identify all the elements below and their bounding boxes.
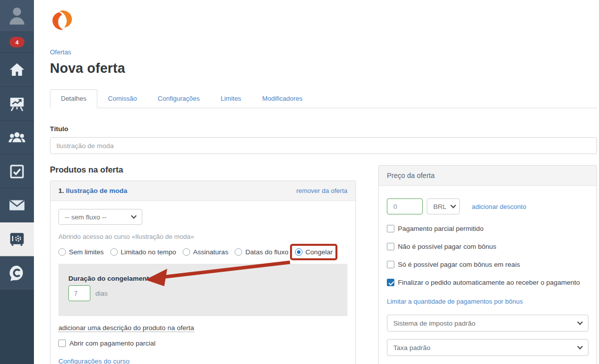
access-limit-radio-group: Sem limites Limitado no tempo Assinatura… [58, 248, 347, 256]
main-content: Ofertas Nova oferta Detalhes Comissão Co… [34, 0, 599, 364]
payment-options-list: Pagamento parcial permitido Não é possív… [387, 225, 589, 286]
radio-assinaturas[interactable]: Assinaturas [183, 248, 229, 256]
product-number: 1. [58, 187, 64, 194]
envelope-icon [8, 196, 26, 214]
tab-comissao[interactable]: Comissão [97, 90, 147, 108]
price-panel-header: Preço da oferta [379, 166, 597, 186]
sidebar-item-home[interactable] [0, 53, 34, 87]
tab-configuracoes[interactable]: Configurações [147, 90, 210, 108]
chevron-down-icon [577, 344, 583, 349]
course-access-note: Abrindo acesso ao curso «Ilustração de m… [58, 233, 347, 240]
radio-circle-icon [58, 248, 66, 256]
safe-vault-icon [8, 230, 26, 248]
limit-bonus-payments-link[interactable]: Limitar a quantidade de pagamentos por b… [387, 298, 523, 305]
chevron-down-icon [451, 202, 456, 208]
title-field-label: Título [50, 125, 597, 133]
offer-title-input[interactable] [50, 137, 597, 154]
sidebar-item-contacts[interactable] [0, 121, 34, 155]
checkbox-so-bonus-reais[interactable]: Só é possível pagar com bônus em reais [387, 261, 589, 268]
freeze-duration-label: Duração do congelamento [68, 275, 337, 282]
partial-payment-checkbox[interactable]: Abrir com pagamento parcial [58, 340, 156, 347]
congelar-highlight-box: Congelar [295, 248, 333, 256]
checkbox-icon [58, 340, 66, 347]
chevron-down-icon [577, 319, 583, 325]
course-settings-link[interactable]: Configurações do curso [58, 358, 130, 364]
sidebar-item-tasks[interactable] [0, 155, 34, 188]
radio-circle-icon [235, 248, 242, 256]
add-product-description-link[interactable]: adicionar uma descrição do produto na of… [58, 324, 194, 332]
chat-bubble-c-icon [8, 264, 26, 282]
radio-limitado-no-tempo[interactable]: Limitado no tempo [110, 248, 176, 256]
tax-rate-select-value: Taxa padrão [393, 344, 430, 352]
tax-system-select-value: Sistema de imposto padrão [393, 320, 475, 327]
checkbox-pagamento-parcial[interactable]: Pagamento parcial permitido [387, 225, 589, 232]
flow-select-value: -- sem fluxo -- [65, 213, 106, 221]
sidebar-item-support-chat[interactable] [0, 256, 34, 290]
radio-circle-icon [183, 248, 190, 256]
freeze-duration-panel: Duração do congelamento dias [58, 264, 347, 316]
checkbox-icon [387, 243, 394, 250]
add-discount-link[interactable]: adicionar desconto [472, 203, 526, 210]
product-name: Ilustração de moda [66, 187, 127, 194]
product-card: 1. Ilustração de moda remover da oferta … [50, 181, 356, 364]
checkbox-icon [387, 225, 394, 232]
radio-circle-icon [110, 248, 118, 256]
offer-price-input[interactable] [387, 198, 423, 214]
checkbox-check-icon [8, 163, 25, 180]
radio-congelar[interactable]: Congelar [295, 248, 333, 256]
sidebar-item-notifications[interactable]: 4 [0, 32, 34, 53]
price-panel: Preço da oferta BRL adicionar desconto [378, 165, 597, 364]
flow-select[interactable]: -- sem fluxo -- [58, 209, 142, 225]
sidebar-item-payments[interactable] [0, 222, 34, 256]
users-group-icon [8, 129, 26, 147]
currency-select-value: BRL [433, 203, 446, 210]
radio-sem-limites[interactable]: Sem limites [58, 248, 104, 256]
sidebar-item-profile[interactable] [0, 0, 34, 32]
product-title: 1. Ilustração de moda [58, 187, 127, 194]
presentation-chart-icon [8, 95, 25, 112]
freeze-duration-input[interactable] [68, 285, 90, 301]
home-icon [8, 61, 25, 78]
sidebar: 4 [0, 0, 34, 364]
tax-system-select[interactable]: Sistema de imposto padrão [387, 315, 589, 332]
remove-from-offer-link[interactable]: remover da oferta [296, 187, 347, 194]
notifications-count-badge: 4 [9, 37, 24, 47]
tab-detalhes[interactable]: Detalhes [50, 89, 97, 108]
tab-bar: Detalhes Comissão Configurações Limites … [50, 89, 597, 108]
radio-circle-icon [295, 248, 302, 256]
checkbox-icon [387, 261, 394, 268]
price-panel-heading: Preço da oferta [387, 172, 435, 180]
products-section-heading: Produtos na oferta [50, 165, 356, 175]
radio-datas-do-fluxo[interactable]: Datas do fluxo [235, 248, 288, 256]
tax-rate-select[interactable]: Taxa padrão [387, 339, 589, 356]
tab-limites[interactable]: Limites [210, 90, 252, 108]
tab-modificadores[interactable]: Modificadores [252, 90, 313, 108]
page-title: Nova oferta [50, 61, 597, 76]
sidebar-item-analytics[interactable] [0, 87, 34, 121]
checkbox-nao-pagar-bonus[interactable]: Não é possível pagar com bônus [387, 243, 589, 250]
product-card-header: 1. Ilustração de moda remover da oferta [50, 181, 355, 201]
app-logo[interactable] [50, 9, 597, 34]
checkbox-finalizar-automaticamente[interactable]: Finalizar o pedido automaticamente ao re… [387, 279, 589, 286]
breadcrumb-ofertas[interactable]: Ofertas [50, 48, 71, 56]
user-avatar-icon [5, 4, 28, 27]
freeze-duration-unit: dias [95, 290, 108, 297]
currency-select[interactable]: BRL [427, 198, 460, 214]
checkbox-checked-icon [387, 279, 394, 286]
sidebar-item-mail[interactable] [0, 188, 34, 222]
chevron-down-icon [131, 213, 136, 218]
